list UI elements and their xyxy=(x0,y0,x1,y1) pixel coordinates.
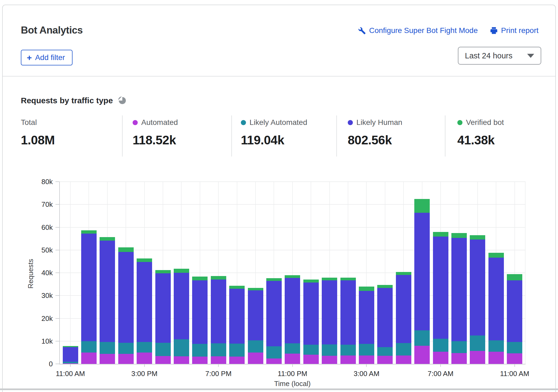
bar-segment-likely-automated[interactable] xyxy=(285,343,300,354)
bar-segment-verified-bot[interactable] xyxy=(396,272,411,275)
bar-segment-likely-automated[interactable] xyxy=(118,343,134,354)
bar-segment-likely-human[interactable] xyxy=(377,288,393,347)
bar-segment-automated[interactable] xyxy=(81,353,97,364)
bar-segment-automated[interactable] xyxy=(137,353,152,364)
bar-segment-automated[interactable] xyxy=(322,356,337,364)
bar-segment-likely-automated[interactable] xyxy=(266,346,282,358)
bar-segment-likely-automated[interactable] xyxy=(396,343,411,355)
bar-segment-automated[interactable] xyxy=(451,353,467,364)
bar-segment-verified-bot[interactable] xyxy=(100,237,115,241)
bar-segment-verified-bot[interactable] xyxy=(63,346,78,347)
bar-segment-likely-automated[interactable] xyxy=(211,343,226,356)
bar-segment-likely-human[interactable] xyxy=(211,280,226,343)
bar-segment-automated[interactable] xyxy=(211,356,226,364)
bar-segment-verified-bot[interactable] xyxy=(303,280,319,283)
bar-segment-likely-automated[interactable] xyxy=(359,344,374,356)
bar-segment-automated[interactable] xyxy=(396,356,411,364)
bar-segment-likely-automated[interactable] xyxy=(488,340,504,351)
bar-segment-automated[interactable] xyxy=(377,356,393,364)
bar-segment-automated[interactable] xyxy=(155,356,171,364)
bar-segment-verified-bot[interactable] xyxy=(507,274,522,280)
bar-segment-automated[interactable] xyxy=(192,357,208,364)
y-axis-tick xyxy=(55,273,59,273)
bar-segment-automated[interactable] xyxy=(266,358,282,364)
bar-segment-likely-automated[interactable] xyxy=(155,343,171,356)
bar-segment-likely-human[interactable] xyxy=(507,280,522,342)
bar-segment-likely-automated[interactable] xyxy=(229,344,245,357)
bar-segment-likely-automated[interactable] xyxy=(303,345,319,355)
bar-segment-likely-automated[interactable] xyxy=(192,344,208,357)
bar-segment-likely-automated[interactable] xyxy=(322,344,337,356)
bar-segment-likely-human[interactable] xyxy=(266,281,282,346)
bar-segment-likely-automated[interactable] xyxy=(63,362,78,364)
bar-segment-likely-human[interactable] xyxy=(248,290,263,340)
bar-segment-automated[interactable] xyxy=(229,357,245,364)
bar-segment-likely-human[interactable] xyxy=(303,283,319,345)
bar-segment-verified-bot[interactable] xyxy=(137,258,152,262)
bar-segment-verified-bot[interactable] xyxy=(285,275,300,278)
bar-segment-verified-bot[interactable] xyxy=(266,278,282,281)
bar-segment-likely-automated[interactable] xyxy=(340,345,356,356)
bar-segment-likely-human[interactable] xyxy=(118,252,134,343)
bar-segment-verified-bot[interactable] xyxy=(414,199,430,213)
bar-segment-likely-human[interactable] xyxy=(137,262,152,342)
bar-segment-likely-human[interactable] xyxy=(155,273,171,343)
bar-segment-automated[interactable] xyxy=(359,356,374,364)
bar-segment-verified-bot[interactable] xyxy=(470,235,485,240)
bar-segment-likely-automated[interactable] xyxy=(414,330,430,346)
bar-segment-likely-automated[interactable] xyxy=(81,341,97,353)
bar-segment-likely-human[interactable] xyxy=(433,237,448,339)
bar-segment-verified-bot[interactable] xyxy=(248,288,263,290)
bar-segment-verified-bot[interactable] xyxy=(433,232,448,237)
bar-segment-automated[interactable] xyxy=(414,346,430,364)
bar-segment-likely-automated[interactable] xyxy=(507,342,522,353)
bar-segment-verified-bot[interactable] xyxy=(118,247,134,252)
bar-segment-automated[interactable] xyxy=(118,354,134,364)
bar-segment-verified-bot[interactable] xyxy=(359,287,374,291)
bar-segment-likely-automated[interactable] xyxy=(433,339,448,352)
bar-segment-likely-automated[interactable] xyxy=(100,342,115,354)
bar-segment-automated[interactable] xyxy=(100,354,115,364)
bar-segment-automated[interactable] xyxy=(340,356,356,364)
bar-segment-likely-human[interactable] xyxy=(340,280,356,345)
bar-segment-verified-bot[interactable] xyxy=(377,285,393,288)
bar-segment-likely-human[interactable] xyxy=(396,275,411,343)
bar-segment-likely-human[interactable] xyxy=(414,213,430,331)
bar-segment-automated[interactable] xyxy=(248,353,263,364)
bar-segment-likely-human[interactable] xyxy=(322,280,337,344)
bar-segment-likely-human[interactable] xyxy=(451,238,467,341)
bar-segment-likely-human[interactable] xyxy=(174,273,189,339)
bar-segment-likely-automated[interactable] xyxy=(174,339,189,356)
bar-segment-verified-bot[interactable] xyxy=(192,277,208,280)
bar-segment-automated[interactable] xyxy=(174,356,189,364)
bar-segment-likely-human[interactable] xyxy=(63,347,78,361)
bar-segment-likely-automated[interactable] xyxy=(377,347,393,356)
bar-segment-likely-automated[interactable] xyxy=(451,341,467,353)
bar-segment-automated[interactable] xyxy=(507,353,522,364)
bar-segment-verified-bot[interactable] xyxy=(155,270,171,273)
bar-segment-likely-human[interactable] xyxy=(470,240,485,335)
bar-segment-likely-automated[interactable] xyxy=(470,335,485,351)
bar-segment-verified-bot[interactable] xyxy=(174,269,189,273)
bar-segment-verified-bot[interactable] xyxy=(81,230,97,234)
bar-segment-likely-human[interactable] xyxy=(81,234,97,341)
bar-segment-verified-bot[interactable] xyxy=(322,278,337,280)
bar-segment-likely-human[interactable] xyxy=(285,278,300,344)
bar-segment-verified-bot[interactable] xyxy=(211,276,226,280)
bar-segment-likely-human[interactable] xyxy=(100,241,115,342)
bar-segment-verified-bot[interactable] xyxy=(340,278,356,280)
bar-segment-automated[interactable] xyxy=(285,354,300,364)
bar-segment-likely-automated[interactable] xyxy=(137,342,152,353)
bar-segment-automated[interactable] xyxy=(303,355,319,364)
bar-segment-automated[interactable] xyxy=(470,351,485,364)
bar-segment-verified-bot[interactable] xyxy=(488,253,504,258)
bar-segment-verified-bot[interactable] xyxy=(229,286,245,289)
bar-segment-likely-human[interactable] xyxy=(229,289,245,344)
bar-segment-verified-bot[interactable] xyxy=(451,233,467,238)
bar-segment-automated[interactable] xyxy=(433,352,448,364)
bar-segment-likely-human[interactable] xyxy=(488,258,504,341)
bar-segment-likely-human[interactable] xyxy=(359,291,374,344)
bar-segment-likely-human[interactable] xyxy=(192,280,208,344)
bar-segment-automated[interactable] xyxy=(488,352,504,364)
bar-segment-likely-automated[interactable] xyxy=(248,340,263,353)
